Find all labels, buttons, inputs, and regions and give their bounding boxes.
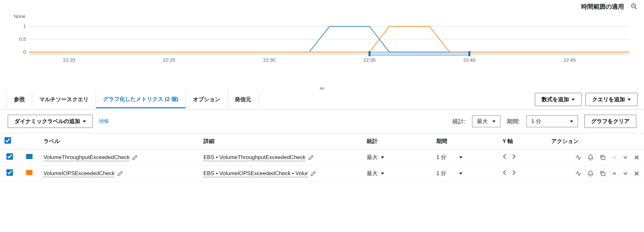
period-value: 1 分	[531, 118, 541, 125]
caret-down-icon	[570, 120, 573, 122]
row-period-select[interactable]: 1 分	[436, 170, 462, 177]
svg-rect-7	[370, 52, 469, 55]
create-alarm-icon[interactable]	[575, 170, 582, 177]
y-tick-1: 1	[23, 23, 26, 29]
caret-down-icon	[628, 99, 631, 101]
bell-icon[interactable]	[587, 154, 594, 161]
period-select[interactable]: 1 分	[526, 115, 578, 127]
time-range-apply-title: 時間範囲の適用	[581, 3, 624, 11]
table-row: VolumeThroughputExceededCheckEBS • Volum…	[0, 149, 644, 165]
info-link[interactable]: 情報	[99, 118, 109, 124]
edit-label-icon[interactable]	[117, 171, 123, 176]
color-swatch[interactable]	[26, 154, 33, 159]
x-tick: 22:35	[364, 57, 376, 63]
move-down-icon[interactable]	[623, 155, 628, 160]
stat-select[interactable]: 最大	[472, 115, 500, 127]
svg-rect-9	[469, 51, 470, 56]
panel-drag-handle-icon[interactable]: ═	[0, 85, 644, 90]
duplicate-icon[interactable]	[600, 154, 606, 161]
svg-rect-13	[602, 172, 605, 175]
metrics-chart[interactable]: None 1 0.5 0 22:20 22:25 2	[0, 13, 644, 85]
row-checkbox[interactable]	[6, 153, 13, 160]
add-query-button[interactable]: クエリを追加	[585, 93, 638, 106]
row-stat-value: 最大	[367, 154, 378, 161]
header-detail: 詳細	[199, 133, 363, 149]
row-stat-value: 最大	[367, 170, 378, 177]
svg-line-1	[635, 7, 637, 9]
metrics-table: ラベル 詳細 統計 期間 Y 軸 アクション VolumeThroughputE…	[0, 133, 644, 182]
bell-icon[interactable]	[587, 170, 594, 177]
select-all-checkbox[interactable]	[5, 137, 11, 144]
x-tick: 22:45	[564, 57, 576, 63]
row-period-select[interactable]: 1 分	[436, 154, 462, 161]
move-up-icon[interactable]	[612, 171, 617, 176]
y-axis-none-label: None	[14, 13, 25, 19]
edit-label-icon[interactable]	[132, 155, 138, 160]
y-tick-0.5: 0.5	[19, 36, 26, 42]
period-label: 期間:	[507, 118, 520, 125]
remove-icon[interactable]	[634, 155, 639, 160]
move-up-icon	[612, 155, 617, 160]
x-tick: 22:40	[463, 57, 476, 63]
add-expression-button[interactable]: 数式を追加	[535, 93, 582, 106]
tab-options[interactable]: オプション	[186, 91, 228, 108]
caret-down-icon	[492, 120, 496, 122]
create-alarm-icon[interactable]	[575, 154, 582, 161]
caret-down-icon	[459, 156, 462, 158]
tab-browse[interactable]: 参照	[6, 91, 32, 108]
metric-detail[interactable]: EBS • VolumeIOPSExceededCheck • Volur	[204, 170, 308, 177]
tab-source[interactable]: 発信元	[228, 91, 259, 108]
duplicate-icon[interactable]	[600, 170, 606, 177]
y-tick-0: 0	[23, 49, 26, 55]
yaxis-left-icon[interactable]	[502, 170, 507, 175]
row-checkbox[interactable]	[6, 169, 13, 176]
x-tick: 22:20	[63, 57, 75, 63]
move-down-icon[interactable]	[623, 171, 628, 176]
edit-detail-icon[interactable]	[310, 171, 316, 176]
x-tick: 22:25	[163, 57, 175, 63]
metric-label[interactable]: VolumeThroughputExceededCheck	[43, 154, 129, 161]
color-swatch[interactable]	[26, 170, 33, 175]
add-query-label: クエリを追加	[592, 96, 625, 103]
row-stat-select[interactable]: 最大	[367, 154, 384, 161]
caret-down-icon	[381, 173, 384, 174]
caret-down-icon	[459, 173, 462, 174]
row-period-value: 1 分	[436, 170, 446, 177]
remove-icon[interactable]	[634, 171, 639, 176]
header-period: 期間	[432, 133, 498, 149]
caret-down-icon	[83, 120, 86, 122]
tab-graphed-metrics[interactable]: グラフ化したメトリクス (2 個)	[96, 91, 186, 108]
yaxis-right-icon[interactable]	[512, 170, 516, 175]
row-stat-select[interactable]: 最大	[367, 170, 384, 177]
caret-down-icon	[572, 99, 575, 101]
row-period-value: 1 分	[436, 154, 446, 161]
header-actions: アクション	[547, 133, 644, 149]
dynamic-label-text: ダイナミックラベルの追加	[14, 118, 80, 125]
tab-multisource-query[interactable]: マルチソースクエリ	[32, 91, 96, 108]
clear-graph-button[interactable]: グラフをクリア	[584, 115, 636, 128]
header-stat: 統計	[362, 133, 432, 149]
caret-down-icon	[381, 156, 384, 158]
metric-detail[interactable]: EBS • VolumeThroughputExceededCheck	[204, 154, 306, 161]
header-label: ラベル	[39, 133, 199, 149]
svg-rect-8	[369, 51, 371, 56]
edit-detail-icon[interactable]	[308, 155, 314, 160]
stat-value: 最大	[477, 118, 488, 125]
header-yaxis: Y 軸	[498, 133, 546, 149]
table-row: VolumeIOPSExceededCheckEBS • VolumeIOPSE…	[0, 165, 644, 182]
yaxis-right-icon[interactable]	[512, 154, 516, 159]
add-dynamic-label-button[interactable]: ダイナミックラベルの追加	[8, 115, 93, 128]
svg-rect-6	[29, 53, 630, 55]
stat-label: 統計:	[452, 118, 466, 125]
metric-label[interactable]: VolumeIOPSExceededCheck	[43, 170, 115, 177]
add-expression-label: 数式を追加	[542, 96, 569, 103]
zoom-out-icon[interactable]	[630, 3, 638, 11]
x-tick: 22:30	[263, 57, 275, 63]
svg-rect-10	[602, 156, 605, 159]
yaxis-left-icon[interactable]	[502, 154, 507, 159]
